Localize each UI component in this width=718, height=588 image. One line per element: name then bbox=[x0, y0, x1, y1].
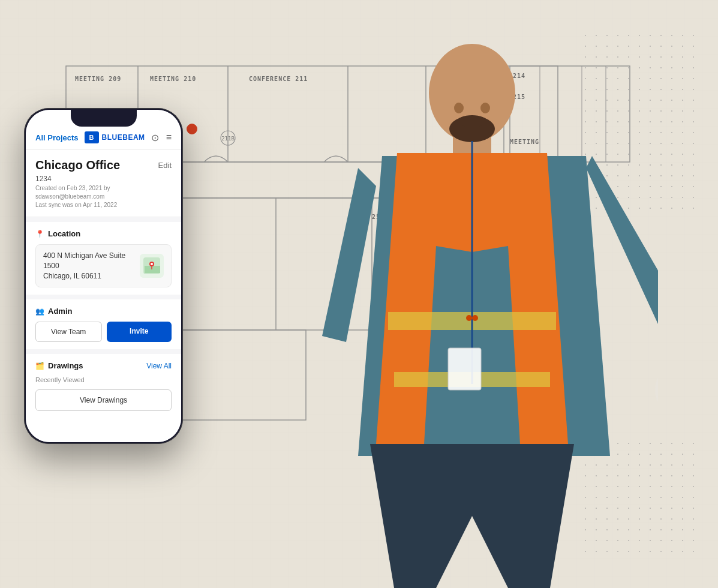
svg-text:MEETING 210: MEETING 210 bbox=[150, 76, 196, 82]
location-section-header: 📍 Location bbox=[35, 229, 172, 238]
view-all-link[interactable]: View All bbox=[146, 362, 172, 370]
project-header: Chicago Office Edit 1234 Created on Feb … bbox=[26, 150, 181, 217]
logo-text: BLUEBEAM bbox=[102, 133, 145, 142]
invite-button[interactable]: Invite bbox=[107, 322, 172, 342]
admin-section: 👥 Admin View Team Invite bbox=[26, 299, 181, 349]
svg-point-41 bbox=[454, 103, 464, 113]
address-line1: 400 N Michigan Ave Suite 1500 bbox=[43, 251, 140, 271]
project-title-row: Chicago Office Edit bbox=[35, 158, 172, 172]
admin-section-header: 👥 Admin bbox=[35, 307, 172, 316]
all-projects-link[interactable]: All Projects bbox=[35, 133, 79, 142]
phone-notch bbox=[71, 110, 137, 127]
svg-rect-47 bbox=[448, 348, 481, 390]
drawings-title: 🗂️ Drawings bbox=[35, 361, 83, 370]
svg-point-48 bbox=[466, 315, 472, 321]
map-thumbnail[interactable] bbox=[140, 254, 164, 278]
phone-screen-container: All Projects B BLUEBEAM ⊙ ≡ C bbox=[26, 110, 181, 442]
admin-icon: 👥 bbox=[35, 307, 44, 316]
svg-rect-51 bbox=[145, 266, 160, 273]
svg-text:MEETING 209: MEETING 209 bbox=[75, 76, 121, 82]
svg-point-53 bbox=[151, 263, 153, 265]
location-icon: 📍 bbox=[35, 230, 44, 238]
svg-point-49 bbox=[472, 315, 478, 321]
logo-icon-letter: B bbox=[89, 134, 94, 141]
recently-viewed-label: Recently Viewed bbox=[35, 376, 172, 383]
location-address: 400 N Michigan Ave Suite 1500 Chicago, I… bbox=[43, 251, 140, 281]
view-drawings-button[interactable]: View Drawings bbox=[35, 389, 172, 411]
drawings-icon: 🗂️ bbox=[35, 362, 44, 370]
project-id: 1234 bbox=[35, 175, 172, 183]
phone-frame: All Projects B BLUEBEAM ⊙ ≡ C bbox=[24, 108, 183, 444]
admin-buttons-row: View Team Invite bbox=[35, 322, 172, 342]
nav-icons-group: ⊙ ≡ bbox=[151, 132, 172, 143]
phone-screen: All Projects B BLUEBEAM ⊙ ≡ C bbox=[26, 110, 181, 442]
svg-text:211B: 211B bbox=[221, 136, 235, 142]
user-icon[interactable]: ⊙ bbox=[151, 132, 159, 143]
svg-point-45 bbox=[655, 354, 658, 426]
project-sync-meta: Last sync was on Apr 11, 2022 bbox=[35, 201, 172, 209]
address-line2: Chicago, IL 60611 bbox=[43, 271, 140, 281]
worker-figure bbox=[250, 36, 658, 588]
svg-point-21 bbox=[187, 124, 197, 134]
view-team-button[interactable]: View Team bbox=[35, 322, 102, 342]
location-card[interactable]: 400 N Michigan Ave Suite 1500 Chicago, I… bbox=[35, 244, 172, 287]
menu-icon[interactable]: ≡ bbox=[166, 132, 172, 143]
project-title: Chicago Office bbox=[35, 158, 120, 172]
admin-title: 👥 Admin bbox=[35, 307, 72, 316]
project-edit-button[interactable]: Edit bbox=[158, 161, 172, 170]
map-icon bbox=[143, 257, 160, 274]
drawings-section: 🗂️ Drawings View All Recently Viewed Vie… bbox=[26, 354, 181, 442]
logo-icon-box: B bbox=[85, 131, 99, 143]
location-title: 📍 Location bbox=[35, 229, 80, 238]
svg-point-42 bbox=[480, 103, 490, 113]
drawings-section-header: 🗂️ Drawings View All bbox=[35, 361, 172, 370]
svg-point-44 bbox=[457, 115, 487, 127]
phone-mockup: All Projects B BLUEBEAM ⊙ ≡ C bbox=[24, 108, 183, 444]
bluebeam-logo: B BLUEBEAM bbox=[85, 131, 145, 143]
location-section: 📍 Location 400 N Michigan Ave Suite 1500… bbox=[26, 222, 181, 295]
project-created-meta: Created on Feb 23, 2021 by sdawson@blueb… bbox=[35, 184, 172, 201]
